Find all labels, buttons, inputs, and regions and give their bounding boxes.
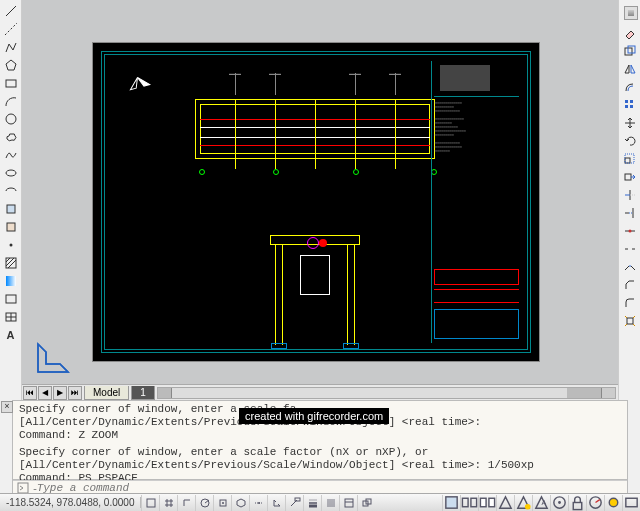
clean-screen[interactable] [622,495,640,511]
break-tool[interactable] [621,240,639,257]
tab-first-button[interactable]: ⏮ [23,386,37,400]
offset-tool[interactable] [621,78,639,95]
erase-tool[interactable] [621,24,639,41]
copy-tool[interactable] [621,42,639,59]
osnap-toggle[interactable] [213,495,231,511]
make-block-tool[interactable] [2,218,20,235]
coordinates-readout[interactable]: -118.5324, 978.0488, 0.0000 [0,497,141,508]
extend-tool[interactable] [621,204,639,221]
svg-line-38 [625,316,627,318]
arc-tool[interactable] [2,92,20,109]
svg-point-73 [609,498,618,507]
svg-rect-20 [625,100,628,103]
sheet-border: ▬▬▬ ▬▬▬ ▬▬▬ ▬▬▬ [101,51,531,353]
title-block-notes: ━━━━━━━━━━━━━━━━━━━━━━━━━━━━━━━━━━━━━━━━… [434,101,519,153]
region-tool[interactable] [2,290,20,307]
point-tool[interactable] [2,236,20,253]
isolate-objects[interactable] [604,495,622,511]
svg-line-0 [6,6,16,16]
scale-tool[interactable] [621,150,639,167]
tab-layout-1[interactable]: 1 [131,386,155,400]
otrack-toggle[interactable] [249,495,267,511]
svg-line-11 [6,258,14,266]
stretch-tool[interactable] [621,168,639,185]
ortho-toggle[interactable] [177,495,195,511]
chamfer-tool[interactable] [621,276,639,293]
revision-cloud-tool[interactable] [2,128,20,145]
watermark-badge: created with gifrecorder.com [239,408,389,424]
horizontal-scrollbar[interactable] [157,387,616,399]
ducs-toggle[interactable] [267,495,285,511]
autohide-handle-icon[interactable] [624,6,638,20]
svg-point-67 [525,504,531,510]
model-paper-toggle[interactable] [442,495,460,511]
annotation-visibility[interactable] [514,495,532,511]
dyn-toggle[interactable] [285,495,303,511]
svg-line-41 [633,324,635,326]
hatch-tool[interactable] [2,254,20,271]
transparency-toggle[interactable] [321,495,339,511]
command-close-button[interactable]: × [1,401,13,413]
gradient-tool[interactable] [2,272,20,289]
workspace-switching[interactable] [550,495,568,511]
annotation-scale[interactable] [496,495,514,511]
quick-view-drawings[interactable] [478,495,496,511]
command-line: Specify corner of window, enter a scale … [19,446,621,459]
annotation-autoscale[interactable]: A [532,495,550,511]
move-tool[interactable] [621,114,639,131]
3dosnap-toggle[interactable] [231,495,249,511]
right-modify-toolbar [618,0,640,400]
plan-view: ▬▬▬ ▬▬▬ ▬▬▬ ▬▬▬ [185,69,445,189]
scrollbar-thumb[interactable] [567,388,601,398]
line-tool[interactable] [2,2,20,19]
quick-properties-toggle[interactable] [339,495,357,511]
tab-prev-button[interactable]: ◀ [38,386,52,400]
spline-tool[interactable] [2,146,20,163]
scrollbar-left-button[interactable] [158,388,172,398]
grid-toggle[interactable] [159,495,177,511]
svg-rect-7 [7,223,15,231]
hardware-acceleration[interactable] [586,495,604,511]
insert-block-tool[interactable] [2,200,20,217]
rotate-tool[interactable] [621,132,639,149]
toolbar-lock[interactable] [568,495,586,511]
trim-tool[interactable] [621,186,639,203]
svg-point-70 [558,501,561,504]
polar-toggle[interactable] [195,495,213,511]
fillet-tool[interactable] [621,294,639,311]
svg-rect-14 [6,295,16,303]
left-draw-toolbar: A [0,0,22,400]
array-tool[interactable] [621,96,639,113]
polygon-tool[interactable] [2,56,20,73]
polyline-tool[interactable] [2,38,20,55]
ucs-icon [34,338,72,376]
selection-cycling-toggle[interactable] [357,495,375,511]
table-tool[interactable] [2,308,20,325]
break-at-point-tool[interactable] [621,222,639,239]
status-bar: -118.5324, 978.0488, 0.0000 A [0,493,640,511]
join-tool[interactable] [621,258,639,275]
tab-last-button[interactable]: ⏭ [68,386,82,400]
mirror-tool[interactable] [621,60,639,77]
mtext-tool[interactable]: A [2,326,20,343]
svg-rect-53 [295,498,300,501]
quick-view-layouts[interactable] [460,495,478,511]
svg-point-8 [9,243,12,246]
ellipse-arc-tool[interactable] [2,182,20,199]
rectangle-tool[interactable] [2,74,20,91]
construction-line-tool[interactable] [2,20,20,37]
snap-mode-toggle[interactable] [141,495,159,511]
explode-tool[interactable] [621,312,639,329]
drawing-area[interactable]: ▬▬▬ ▬▬▬ ▬▬▬ ▬▬▬ [22,0,618,384]
layout-sheet: ▬▬▬ ▬▬▬ ▬▬▬ ▬▬▬ [92,42,540,362]
tab-model[interactable]: Model [84,386,129,400]
tab-next-button[interactable]: ▶ [53,386,67,400]
lineweight-toggle[interactable] [303,495,321,511]
svg-line-12 [8,260,16,268]
svg-rect-21 [630,100,633,103]
svg-line-1 [5,23,17,35]
circle-tool[interactable] [2,110,20,127]
svg-rect-58 [345,499,353,507]
ellipse-tool[interactable] [2,164,20,181]
scrollbar-right-button[interactable] [601,388,615,398]
